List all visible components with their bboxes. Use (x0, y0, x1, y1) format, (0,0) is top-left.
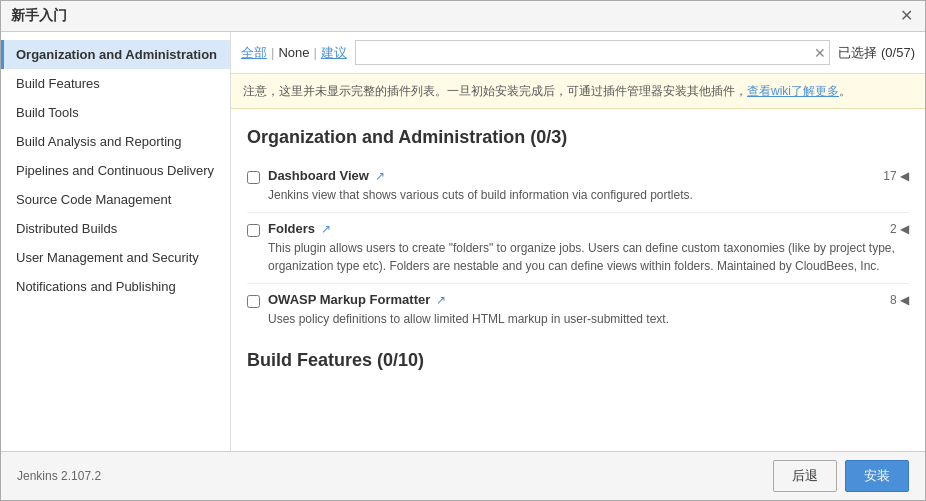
plugin-link-icon-folders[interactable]: ↗ (321, 222, 331, 236)
filter-all[interactable]: 全部 (241, 44, 267, 62)
sidebar-item-user-mgmt[interactable]: User Management and Security (1, 243, 230, 272)
close-button[interactable]: ✕ (898, 8, 915, 24)
plugin-name-owasp-markup: OWASP Markup Formatter (268, 292, 430, 307)
install-button[interactable]: 安装 (845, 460, 909, 492)
version-text: Jenkins 2.107.2 (17, 469, 101, 483)
search-input[interactable] (355, 40, 831, 65)
notice-bar: 注意，这里并未显示完整的插件列表。一旦初始安装完成后，可通过插件管理器安装其他插… (231, 74, 925, 109)
title-bar: 新手入门 ✕ (1, 1, 925, 32)
sidebar-item-build-analysis[interactable]: Build Analysis and Reporting (1, 127, 230, 156)
sidebar-item-build-features[interactable]: Build Features (1, 69, 230, 98)
plugin-list: Organization and Administration (0/3) Da… (231, 109, 925, 451)
plugin-item-dashboard-view: Dashboard View ↗ 17 ◀ Jenkins view that … (247, 160, 909, 213)
plugin-link-icon-owasp-markup[interactable]: ↗ (436, 293, 446, 307)
plugin-count-dashboard-view: 17 ◀ (873, 169, 909, 183)
plugin-desc-folders: This plugin allows users to create "fold… (268, 239, 909, 275)
plugin-desc-dashboard-view: Jenkins view that shows various cuts of … (268, 186, 909, 204)
plugin-link-icon-dashboard-view[interactable]: ↗ (375, 169, 385, 183)
plugin-name-row: OWASP Markup Formatter ↗ 8 ◀ (268, 292, 909, 307)
sidebar-item-pipelines[interactable]: Pipelines and Continuous Delivery (1, 156, 230, 185)
plugin-info-folders: Folders ↗ 2 ◀ This plugin allows users t… (268, 221, 909, 275)
sidebar-item-scm[interactable]: Source Code Management (1, 185, 230, 214)
plugin-checkbox-dashboard-view[interactable] (247, 171, 260, 184)
plugin-name-row: Dashboard View ↗ 17 ◀ (268, 168, 909, 183)
content-area: 全部 | None | 建议 ✕ 已选择 (0/57) 注意，这里并未显示完整的… (231, 32, 925, 451)
plugin-info-dashboard-view: Dashboard View ↗ 17 ◀ Jenkins view that … (268, 168, 909, 204)
search-clear-button[interactable]: ✕ (814, 45, 826, 61)
sidebar-item-org-admin[interactable]: Organization and Administration (1, 40, 230, 69)
next-section-title: Build Features (0/10) (247, 350, 909, 371)
plugin-info-owasp-markup: OWASP Markup Formatter ↗ 8 ◀ Uses policy… (268, 292, 909, 328)
notice-text: 注意，这里并未显示完整的插件列表。一旦初始安装完成后，可通过插件管理器安装其他插… (243, 84, 747, 98)
plugin-item-folders: Folders ↗ 2 ◀ This plugin allows users t… (247, 213, 909, 284)
bottom-bar: Jenkins 2.107.2 后退 安装 (1, 451, 925, 500)
plugin-name-row: Folders ↗ 2 ◀ (268, 221, 909, 236)
sidebar-item-distributed-builds[interactable]: Distributed Builds (1, 214, 230, 243)
search-wrapper: ✕ (355, 40, 831, 65)
filter-bar: 全部 | None | 建议 ✕ 已选择 (0/57) (231, 32, 925, 74)
main-window: 新手入门 ✕ Organization and AdministrationBu… (0, 0, 926, 501)
window-title: 新手入门 (11, 7, 67, 25)
sidebar: Organization and AdministrationBuild Fea… (1, 32, 231, 451)
plugin-desc-owasp-markup: Uses policy definitions to allow limited… (268, 310, 909, 328)
plugin-checkbox-folders[interactable] (247, 224, 260, 237)
back-button[interactable]: 后退 (773, 460, 837, 492)
notice-suffix: 。 (839, 84, 851, 98)
filter-suggest[interactable]: 建议 (321, 44, 347, 62)
selected-count: 已选择 (0/57) (838, 44, 915, 62)
section-title: Organization and Administration (0/3) (247, 127, 909, 148)
plugin-name-folders: Folders (268, 221, 315, 236)
main-content: Organization and AdministrationBuild Fea… (1, 32, 925, 451)
filter-links: 全部 | None | 建议 (241, 44, 347, 62)
notice-link[interactable]: 查看wiki了解更多 (747, 84, 839, 98)
plugin-name-dashboard-view: Dashboard View (268, 168, 369, 183)
plugin-checkbox-owasp-markup[interactable] (247, 295, 260, 308)
plugin-count-folders: 2 ◀ (880, 222, 909, 236)
plugin-item-owasp-markup: OWASP Markup Formatter ↗ 8 ◀ Uses policy… (247, 284, 909, 336)
sidebar-item-build-tools[interactable]: Build Tools (1, 98, 230, 127)
filter-none[interactable]: None (278, 45, 309, 60)
plugin-count-owasp-markup: 8 ◀ (880, 293, 909, 307)
sidebar-item-notifications[interactable]: Notifications and Publishing (1, 272, 230, 301)
bottom-buttons: 后退 安装 (773, 460, 909, 492)
